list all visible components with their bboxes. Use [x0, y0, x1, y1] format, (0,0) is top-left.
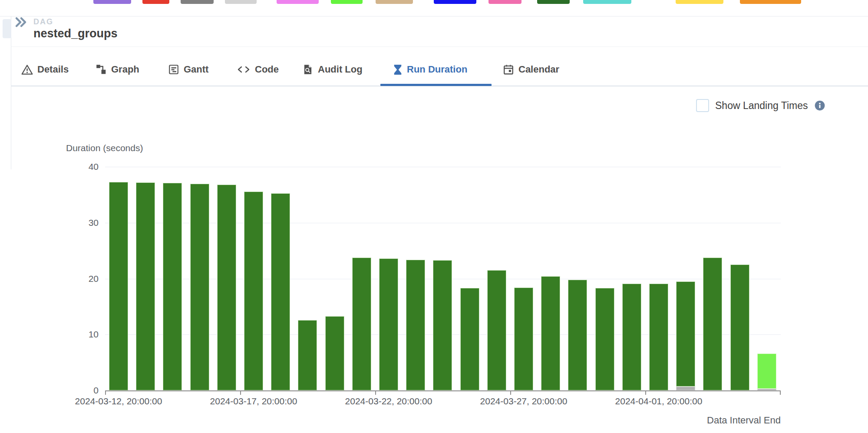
- run-bar-success[interactable]: [379, 258, 398, 390]
- run-bar-success[interactable]: [271, 193, 290, 390]
- state-color-swatch: [142, 0, 169, 4]
- state-color-swatch: [488, 0, 521, 4]
- state-color-swatch: [537, 0, 570, 4]
- tab-label: Details: [37, 64, 69, 75]
- run-bar-success[interactable]: [109, 182, 128, 390]
- audit-log-icon: [302, 64, 314, 75]
- top-divider: [0, 16, 868, 17]
- tab-code[interactable]: Code: [237, 56, 279, 83]
- gantt-icon: [168, 64, 179, 75]
- run-bar-success[interactable]: [460, 288, 479, 390]
- tab-label: Graph: [111, 64, 139, 75]
- expand-grid-panel-button[interactable]: [15, 17, 28, 28]
- x-tick-mark: [645, 390, 646, 395]
- x-axis-line: [105, 390, 781, 391]
- x-tick-label: 2024-03-12, 20:00:00: [75, 396, 162, 407]
- grid-panel-handle[interactable]: [3, 19, 11, 38]
- tab-details[interactable]: Details: [21, 56, 69, 83]
- show-landing-times-control[interactable]: Show Landing Times: [696, 99, 825, 112]
- run-bar-success[interactable]: [298, 320, 317, 390]
- run-bar-success[interactable]: [352, 258, 371, 390]
- state-color-swatch: [277, 0, 319, 4]
- chart-x-axis-title: Data Interval End: [707, 415, 781, 426]
- run-bar-success[interactable]: [676, 281, 695, 387]
- run-bar-success[interactable]: [730, 264, 749, 390]
- run-bar-success[interactable]: [244, 192, 263, 390]
- breadcrumb: DAG: [33, 17, 53, 26]
- run-bar-success[interactable]: [217, 185, 236, 390]
- graph-icon: [96, 64, 107, 75]
- x-tick-label: 2024-04-01, 20:00:00: [615, 396, 703, 407]
- y-tick-label: 10: [66, 329, 99, 340]
- run-bar-queued[interactable]: [676, 387, 695, 390]
- x-tick-label: 2024-03-17, 20:00:00: [210, 396, 297, 407]
- run-bar-success[interactable]: [136, 182, 155, 390]
- y-tick-label: 30: [66, 218, 99, 228]
- run-bar-success[interactable]: [190, 184, 209, 390]
- state-color-swatch: [331, 0, 363, 4]
- state-color-swatch: [676, 0, 723, 4]
- run-bar-success[interactable]: [649, 284, 668, 390]
- run-bar-success[interactable]: [433, 260, 452, 390]
- state-color-swatch: [376, 0, 413, 4]
- chevrons-right-icon: [15, 22, 28, 29]
- state-color-swatch: [225, 0, 257, 4]
- state-color-swatch: [181, 0, 214, 4]
- state-color-swatch: [434, 0, 476, 4]
- y-tick-label: 0: [66, 385, 99, 396]
- x-tick-mark: [105, 390, 106, 395]
- run-bar-success[interactable]: [487, 270, 506, 390]
- x-tick-mark: [510, 390, 511, 395]
- run-bar-success[interactable]: [622, 284, 641, 390]
- state-color-swatch: [583, 0, 631, 4]
- tab-run-duration[interactable]: Run Duration: [393, 56, 467, 83]
- airflow-dag-run-duration-page: DAG nested_groups DetailsGraphGanttCodeA…: [0, 0, 868, 433]
- x-tick-label: 2024-03-27, 20:00:00: [480, 396, 568, 407]
- info-icon[interactable]: [814, 100, 825, 111]
- show-landing-times-label: Show Landing Times: [715, 100, 808, 112]
- tab-label: Code: [255, 64, 279, 75]
- run-bar-success[interactable]: [163, 183, 182, 390]
- header-divider: [11, 46, 868, 47]
- calendar-icon: [503, 64, 514, 75]
- x-tick-mark: [375, 390, 376, 395]
- y-tick-label: 20: [66, 274, 99, 284]
- run-bar-success[interactable]: [568, 280, 587, 390]
- run-bar-running[interactable]: [757, 354, 776, 389]
- state-color-swatch: [740, 0, 801, 4]
- hourglass-icon: [393, 64, 403, 76]
- run-bar-success[interactable]: [406, 260, 425, 390]
- page-title: nested_groups: [33, 27, 118, 40]
- tab-label: Calendar: [518, 64, 559, 75]
- run-bar-success[interactable]: [595, 288, 614, 390]
- tab-label: Audit Log: [318, 64, 363, 75]
- x-tick-mark-end: [780, 390, 781, 395]
- show-landing-times-checkbox[interactable]: [696, 99, 709, 112]
- active-tab-underline: [380, 84, 492, 86]
- x-tick-mark: [240, 390, 241, 395]
- run-bar-queued[interactable]: [757, 389, 776, 390]
- tab-audit-log[interactable]: Audit Log: [302, 56, 363, 83]
- tab-gantt[interactable]: Gantt: [168, 56, 208, 83]
- chart-y-axis-title: Duration (seconds): [66, 143, 143, 153]
- run-bar-success[interactable]: [703, 258, 722, 390]
- warning-icon: [21, 64, 33, 76]
- run-bar-success[interactable]: [514, 288, 533, 390]
- x-tick-label: 2024-03-22, 20:00:00: [345, 396, 432, 407]
- code-icon: [237, 64, 251, 75]
- run-bar-success[interactable]: [325, 316, 344, 390]
- state-color-swatch: [93, 0, 131, 4]
- y-tick-label: 40: [66, 162, 99, 172]
- tab-graph[interactable]: Graph: [96, 56, 139, 83]
- tab-label: Gantt: [184, 64, 208, 75]
- run-bar-success[interactable]: [541, 276, 560, 390]
- grid-panel-divider: [11, 17, 11, 169]
- gridline-y-40: [105, 167, 781, 167]
- tab-calendar[interactable]: Calendar: [503, 56, 559, 83]
- tab-label: Run Duration: [407, 64, 467, 75]
